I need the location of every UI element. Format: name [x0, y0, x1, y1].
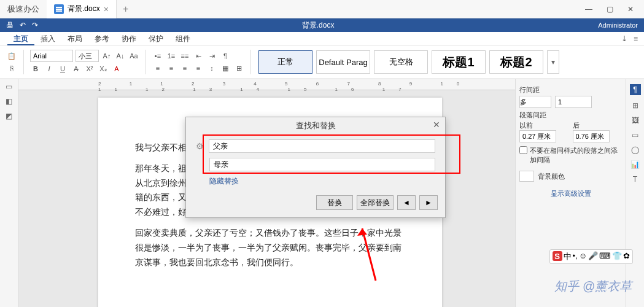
strike-button[interactable]: A̶	[71, 63, 82, 74]
shrink-font-icon[interactable]: A↓	[115, 50, 126, 61]
prev-button[interactable]: ◄	[397, 195, 416, 210]
hand-tool-icon[interactable]: ◩	[0, 109, 18, 123]
paragraph-panel-icon[interactable]: ¶	[630, 84, 641, 95]
style-heading2[interactable]: 标题2	[489, 50, 543, 74]
line-spacing-mode[interactable]	[519, 96, 551, 108]
paragraph-panel: 行间距 段落间距 以前 后 不要在相同样式的段落之间添加间隔 背景颜色 显示高级…	[515, 79, 626, 307]
hide-replace-link[interactable]: 隐藏替换	[209, 176, 435, 187]
dialog-title: 查找和替换 ✕	[186, 117, 445, 134]
superscript-button[interactable]: X²	[84, 63, 95, 74]
ime-cn-icon[interactable]: 中	[564, 251, 572, 262]
find-replace-dialog: 查找和替换 ✕ ⚙ 隐藏替换 替换 全部替换 ◄ ►	[185, 117, 446, 218]
next-button[interactable]: ►	[419, 195, 438, 210]
table-panel-icon[interactable]: ⊞	[632, 101, 638, 110]
style-heading1[interactable]: 标题1	[432, 50, 486, 74]
menu-protect[interactable]: 保护	[142, 32, 169, 45]
gear-icon[interactable]: ⚙	[196, 141, 204, 151]
space-after-input[interactable]	[573, 130, 610, 142]
no-space-checkbox[interactable]	[519, 146, 527, 154]
menu-insert[interactable]: 插入	[34, 32, 61, 45]
underline-button[interactable]: U	[57, 63, 68, 74]
app-name: 极速办公	[0, 4, 47, 15]
subscript-button[interactable]: X₂	[98, 63, 109, 74]
image-panel-icon[interactable]: 🖼	[632, 116, 639, 125]
menu-layout[interactable]: 布局	[61, 32, 88, 45]
style-no-space[interactable]: 无空格	[374, 50, 428, 74]
ime-emoji-icon[interactable]: ☺	[579, 251, 587, 262]
redo-icon[interactable]: ↷	[32, 21, 38, 29]
before-label: 以前	[519, 121, 569, 130]
font-size-select[interactable]	[76, 50, 99, 62]
bold-button[interactable]: B	[30, 63, 41, 74]
menu-components[interactable]: 组件	[169, 32, 196, 45]
align-center-icon[interactable]: ≡	[166, 63, 177, 74]
tab-label: 背景.docx	[68, 4, 100, 14]
ime-keyboard-icon[interactable]: ⌨	[599, 251, 611, 262]
dialog-close-icon[interactable]: ✕	[433, 120, 440, 130]
ime-punct-icon[interactable]: •,	[573, 251, 578, 262]
advanced-settings-link[interactable]: 显示高级设置	[519, 189, 622, 198]
menu-collab[interactable]: 协作	[115, 32, 142, 45]
numbering-icon[interactable]: 1≡	[166, 50, 177, 61]
menu-home[interactable]: 主页	[7, 32, 34, 45]
find-input[interactable]	[209, 139, 435, 153]
new-tab-button[interactable]: +	[117, 4, 134, 15]
grow-font-icon[interactable]: A↑	[101, 50, 112, 61]
ime-mic-icon[interactable]: 🎤	[588, 251, 598, 262]
font-color-button[interactable]: A	[111, 63, 122, 74]
ime-settings-icon[interactable]: ✿	[623, 251, 630, 262]
para-marks-icon[interactable]: ¶	[220, 50, 231, 61]
bg-color-swatch[interactable]	[519, 171, 534, 182]
comment-tool-icon[interactable]: ◧	[0, 94, 18, 109]
paragraph: 回家变卖典质，父亲还了亏空；又借钱办了丧事。这些日子，家中光景很是惨淡，一半为了…	[135, 226, 405, 270]
print-icon[interactable]: 🖶	[6, 21, 14, 29]
font-name-select[interactable]	[30, 50, 73, 62]
line-spacing-value[interactable]	[555, 96, 592, 108]
copy-icon[interactable]: ⎘	[6, 63, 17, 74]
space-before-input[interactable]	[519, 130, 556, 142]
paste-icon[interactable]: 📋	[6, 50, 17, 61]
multilevel-icon[interactable]: ≡≡	[179, 50, 190, 61]
styles-more-button[interactable]: ▾	[547, 50, 559, 74]
left-tool-strip: ▭ ◧ ◩	[0, 79, 18, 307]
replace-button[interactable]: 替换	[316, 195, 353, 210]
outdent-icon[interactable]: ⇤	[193, 50, 204, 61]
export-icon[interactable]: ⤓	[621, 34, 627, 43]
close-window-button[interactable]: ✕	[624, 5, 637, 14]
shape-panel-icon[interactable]: ◯	[631, 146, 639, 154]
chart-panel-icon[interactable]: 📊	[630, 160, 640, 169]
align-right-icon[interactable]: ≡	[179, 63, 190, 74]
justify-icon[interactable]: ≡	[193, 63, 204, 74]
document-title: 背景.docx	[44, 20, 592, 31]
style-gallery: 正常 Default Parag 无空格 标题1 标题2 ▾	[258, 50, 559, 74]
document-tab[interactable]: 背景.docx ×	[47, 0, 117, 18]
text-panel-icon[interactable]: T	[633, 175, 637, 184]
ruler: 2 1 1 2 3 4 5 6 7 8 9 10 11 12 13 14 15 …	[18, 79, 515, 90]
borders-icon[interactable]: ⊞	[233, 63, 244, 74]
replace-input[interactable]	[209, 158, 435, 171]
change-case-icon[interactable]: Aa	[128, 50, 139, 61]
menu-more-icon[interactable]: ≡	[634, 34, 638, 43]
italic-button[interactable]: I	[44, 63, 55, 74]
header-panel-icon[interactable]: ▭	[632, 131, 638, 139]
minimize-button[interactable]: —	[583, 5, 595, 14]
menu-reference[interactable]: 参考	[88, 32, 115, 45]
undo-icon[interactable]: ↶	[20, 21, 26, 29]
select-tool-icon[interactable]: ▭	[0, 79, 18, 94]
style-default-para[interactable]: Default Parag	[316, 50, 370, 74]
quick-access-bar: 🖶 ↶ ↷ 背景.docx Administrator	[0, 18, 644, 32]
para-spacing-label: 段落间距	[519, 111, 622, 120]
line-spacing-icon[interactable]: ↕	[206, 63, 217, 74]
maximize-button[interactable]: ▢	[603, 5, 616, 14]
user-label[interactable]: Administrator	[592, 21, 644, 29]
indent-icon[interactable]: ⇥	[206, 50, 217, 61]
close-tab-icon[interactable]: ×	[104, 4, 109, 14]
style-normal[interactable]: 正常	[258, 50, 312, 74]
sogou-icon[interactable]: S	[553, 251, 562, 261]
replace-all-button[interactable]: 全部替换	[357, 195, 394, 210]
ime-skin-icon[interactable]: 👕	[612, 251, 622, 262]
shading-icon[interactable]: ▦	[220, 63, 231, 74]
bullets-icon[interactable]: •≡	[152, 50, 163, 61]
line-spacing-label: 行间距	[519, 85, 622, 95]
align-left-icon[interactable]: ≡	[152, 63, 163, 74]
